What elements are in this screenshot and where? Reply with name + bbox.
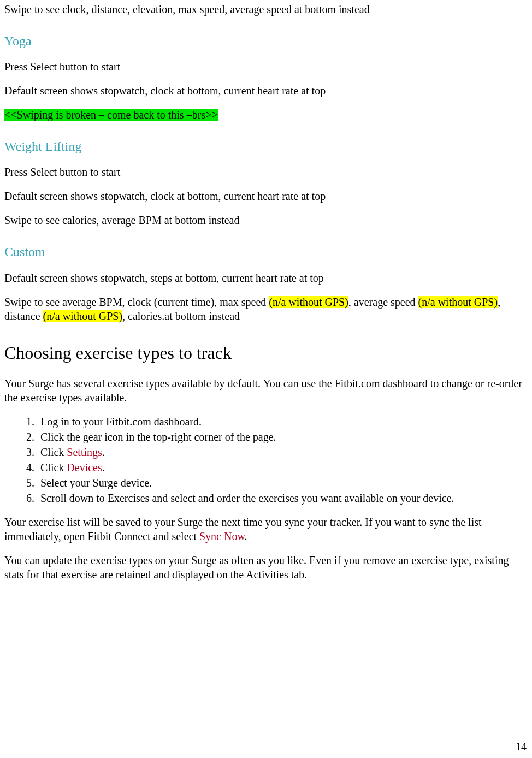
text-run: , average speed: [348, 296, 418, 308]
highlight-yellow: (n/a without GPS): [43, 310, 123, 322]
text-run: .: [102, 461, 105, 473]
list-item: Scroll down to Exercises and select and …: [37, 491, 525, 505]
text-run: Click the: [40, 431, 83, 443]
weight-p3: Swipe to see calories, average BPM at bo…: [4, 213, 525, 227]
weight-p1: Press Select button to start: [4, 165, 525, 179]
ui-label-sync-now: Sync Now: [199, 530, 245, 542]
weight-p2: Default screen shows stopwatch, clock at…: [4, 189, 525, 203]
choosing-after2: You can update the exercise types on you…: [4, 553, 525, 582]
choosing-after1: Your exercise list will be saved to your…: [4, 515, 525, 543]
gear-term: gear: [83, 431, 102, 443]
list-item: Click the gear icon in the top-right cor…: [37, 430, 525, 444]
heading-choosing: Choosing exercise types to track: [4, 342, 525, 365]
heading-yoga: Yoga: [4, 33, 525, 50]
text-run: Click: [40, 461, 67, 473]
highlight-green: <<Swiping is broken – come back to this …: [4, 109, 218, 121]
ui-label-settings: Settings: [67, 446, 102, 458]
custom-p1: Default screen shows stopwatch, steps at…: [4, 271, 525, 285]
text-run: Swipe to see average BPM, clock (current…: [4, 296, 269, 308]
text-run: , calories.at bottom instead: [122, 310, 240, 322]
yoga-note: <<Swiping is broken – come back to this …: [4, 108, 525, 122]
highlight-yellow: (n/a without GPS): [269, 296, 348, 308]
choosing-intro: Your Surge has several exercise types av…: [4, 376, 525, 405]
steps-list: Log in to your Fitbit.com dashboard. Cli…: [4, 414, 525, 505]
intro-paragraph: Swipe to see clock, distance, elevation,…: [4, 2, 525, 16]
text-run: .: [102, 446, 105, 458]
text-run: .: [245, 530, 247, 542]
list-item: Select your Surge device.: [37, 476, 525, 490]
text-run: Click: [40, 446, 67, 458]
ui-label-devices: Devices: [67, 461, 102, 473]
custom-p2: Swipe to see average BPM, clock (current…: [4, 295, 525, 323]
heading-custom: Custom: [4, 244, 525, 260]
yoga-p1: Press Select button to start: [4, 60, 525, 74]
list-item: Click Settings.: [37, 445, 525, 459]
heading-weight-lifting: Weight Lifting: [4, 138, 525, 155]
list-item: Click Devices.: [37, 460, 525, 475]
list-item: Log in to your Fitbit.com dashboard.: [37, 414, 525, 429]
yoga-p2: Default screen shows stopwatch, clock at…: [4, 84, 525, 98]
text-run: icon in the top-right corner of the page…: [102, 431, 276, 443]
highlight-yellow: (n/a without GPS): [418, 296, 498, 308]
